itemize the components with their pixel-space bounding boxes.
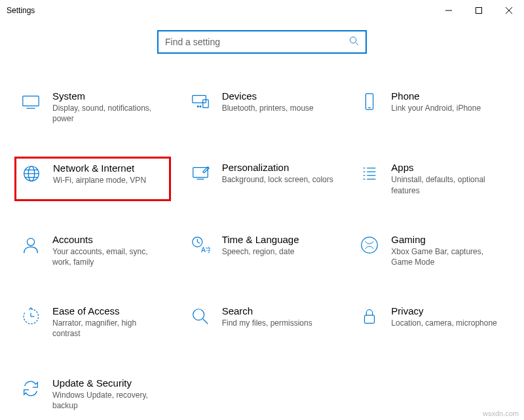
category-title: Ease of Access: [52, 305, 166, 316]
category-desc: Windows Update, recovery, backup: [52, 390, 166, 411]
svg-point-29: [27, 238, 34, 245]
svg-line-38: [202, 319, 208, 324]
phone-icon: [358, 90, 381, 113]
category-desc: Your accounts, email, sync, work, family: [52, 246, 166, 267]
svg-point-37: [193, 309, 204, 320]
apps-icon: [358, 162, 381, 184]
globe-icon: [20, 162, 43, 185]
category-ease-of-access[interactable]: Ease of Access Narrator, magnifier, high…: [14, 300, 171, 344]
svg-rect-1: [476, 8, 482, 14]
category-desc: Background, lock screen, colors: [222, 174, 335, 185]
close-button[interactable]: [494, 0, 524, 21]
svg-rect-6: [23, 96, 39, 106]
category-desc: Location, camera, microphone: [391, 318, 504, 328]
category-personalization[interactable]: Personalization Background, lock screen,…: [184, 157, 341, 200]
category-network-internet[interactable]: Network & Internet Wi-Fi, airplane mode,…: [14, 157, 171, 200]
category-time-language[interactable]: A字 Time & Language Speech, region, date: [184, 229, 341, 273]
category-desc: Uninstall, defaults, optional features: [391, 174, 504, 195]
category-phone[interactable]: Phone Link your Android, iPhone: [353, 85, 510, 129]
category-apps[interactable]: Apps Uninstall, defaults, optional featu…: [353, 157, 510, 200]
search-category-icon: [189, 305, 212, 328]
category-title: Gaming: [391, 234, 504, 245]
category-desc: Find my files, permissions: [222, 318, 335, 328]
category-desc: Display, sound, notifications, power: [52, 103, 166, 124]
minimize-button[interactable]: [434, 0, 464, 21]
category-desc: Xbox Game Bar, captures, Game Mode: [391, 246, 504, 267]
category-accounts[interactable]: Accounts Your accounts, email, sync, wor…: [14, 229, 171, 273]
devices-icon: [189, 90, 212, 113]
search-input[interactable]: [165, 37, 349, 47]
personalization-icon: [189, 162, 212, 184]
ease-of-access-icon: [20, 305, 42, 328]
category-privacy[interactable]: Privacy Location, camera, microphone: [353, 300, 510, 344]
svg-rect-39: [365, 315, 375, 323]
category-desc: Bluetooth, printers, mouse: [222, 103, 335, 113]
privacy-icon: [358, 305, 381, 328]
category-update-security[interactable]: Update & Security Windows Update, recove…: [14, 372, 171, 416]
titlebar: Settings: [0, 0, 524, 21]
svg-point-4: [350, 37, 356, 43]
category-desc: Narrator, magnifier, high contrast: [52, 318, 166, 339]
search-icon: [349, 36, 359, 48]
system-icon: [20, 90, 42, 113]
svg-point-10: [197, 106, 198, 107]
search-container: [0, 30, 524, 54]
category-system[interactable]: System Display, sound, notifications, po…: [14, 85, 171, 129]
category-gaming[interactable]: Gaming Xbox Game Bar, captures, Game Mod…: [353, 229, 510, 273]
svg-rect-12: [366, 94, 373, 109]
settings-grid: System Display, sound, notifications, po…: [0, 85, 524, 416]
svg-text:A字: A字: [201, 246, 210, 254]
category-title: Devices: [222, 90, 335, 102]
svg-point-34: [362, 237, 377, 253]
search-box[interactable]: [157, 30, 367, 54]
category-desc: Speech, region, date: [222, 246, 335, 257]
category-title: Search: [222, 305, 335, 316]
time-language-icon: A字: [189, 234, 212, 256]
svg-line-32: [197, 242, 200, 243]
window-title: Settings: [7, 6, 35, 15]
svg-point-11: [200, 106, 201, 107]
category-title: Phone: [391, 90, 504, 102]
category-title: Apps: [391, 162, 504, 173]
category-desc: Link your Android, iPhone: [391, 103, 504, 113]
svg-rect-8: [192, 96, 206, 103]
svg-line-5: [356, 42, 358, 45]
maximize-button[interactable]: [464, 0, 494, 21]
category-title: Privacy: [391, 305, 504, 316]
gaming-icon: [358, 234, 381, 256]
category-title: Personalization: [222, 162, 335, 173]
category-title: Network & Internet: [53, 162, 165, 174]
category-title: Update & Security: [52, 377, 166, 389]
category-title: System: [52, 90, 166, 102]
watermark: wsxdn.com: [483, 410, 519, 417]
category-search[interactable]: Search Find my files, permissions: [184, 300, 341, 344]
category-title: Time & Language: [222, 234, 335, 245]
category-title: Accounts: [52, 234, 166, 245]
update-security-icon: [20, 377, 42, 400]
accounts-icon: [20, 234, 42, 256]
category-devices[interactable]: Devices Bluetooth, printers, mouse: [184, 85, 341, 129]
category-desc: Wi-Fi, airplane mode, VPN: [53, 175, 165, 185]
